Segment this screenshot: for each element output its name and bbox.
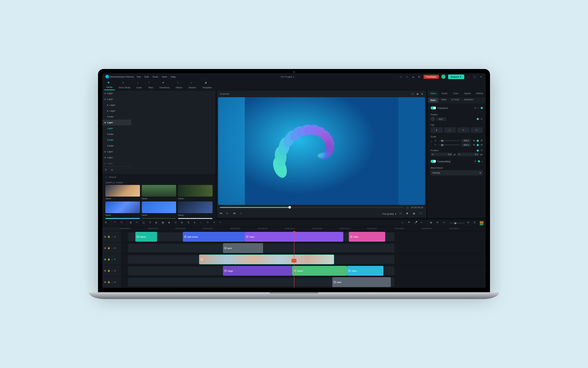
clip-split-screen[interactable]: Split Screen bbox=[183, 232, 245, 242]
reset-icon[interactable]: ↺ bbox=[474, 107, 476, 109]
mute-icon[interactable]: ○ bbox=[111, 236, 113, 238]
clip-freeze[interactable]: Freeze bbox=[292, 266, 347, 276]
insp-tab-effects[interactable]: Effects bbox=[473, 90, 486, 97]
media-thumb[interactable]: Name bbox=[142, 185, 176, 200]
timeline-ruler[interactable]: 00:00:00:00 00:00:05:00 00:00:10:00 00:0… bbox=[121, 227, 486, 231]
effects-icon[interactable]: ✦ bbox=[213, 221, 217, 225]
purchase-button[interactable]: Purchase bbox=[424, 75, 439, 79]
track-head[interactable]: ▣🔒○👁 bbox=[102, 243, 121, 254]
display-mode-icon[interactable]: ▭ bbox=[399, 212, 403, 216]
eye-icon[interactable]: 👁 bbox=[114, 281, 116, 283]
gear-icon[interactable]: ⚙ bbox=[436, 221, 440, 225]
tab-audio[interactable]: ♫Audio bbox=[134, 80, 145, 90]
reset-icon[interactable]: ↺ bbox=[481, 149, 483, 152]
scrub-track[interactable] bbox=[220, 207, 404, 208]
keyframe-icon[interactable] bbox=[481, 107, 483, 109]
scale-x-slider[interactable] bbox=[439, 140, 459, 141]
keyframe-icon[interactable] bbox=[477, 149, 479, 151]
clip-video-thumbnails[interactable] bbox=[199, 255, 334, 264]
add-icon[interactable]: • bbox=[482, 160, 483, 163]
speed-icon[interactable]: ⏱ bbox=[149, 221, 153, 225]
render-icon[interactable]: ◉ bbox=[430, 221, 434, 225]
compositing-section[interactable]: Compositing ↺• bbox=[431, 159, 483, 164]
menu-help[interactable]: Help bbox=[171, 75, 175, 78]
preview-viewport[interactable] bbox=[218, 97, 425, 205]
tree-layer[interactable]: ▸ Layer bbox=[102, 102, 131, 108]
playhead[interactable]: ✂ bbox=[294, 231, 294, 288]
keyframe-icon[interactable] bbox=[477, 144, 479, 146]
tree-layer[interactable]: ▸ Layer bbox=[102, 96, 131, 102]
menu-edit[interactable]: Edit bbox=[145, 75, 149, 78]
rotate-ccw-icon[interactable]: ⟲ bbox=[457, 127, 469, 133]
tab-stock-media[interactable]: ✦Stock Media bbox=[116, 80, 133, 90]
grid-icon[interactable]: ⊞ bbox=[421, 93, 423, 95]
tab-effects[interactable]: ✧Effects bbox=[173, 80, 185, 90]
flip-horizontal-icon[interactable]: ⬍ bbox=[431, 127, 443, 133]
compositing-toggle[interactable] bbox=[431, 160, 436, 163]
redo-icon[interactable]: ↷ bbox=[120, 221, 124, 225]
tree-folder[interactable]: Folder bbox=[102, 114, 131, 120]
reset-icon[interactable]: ↺ bbox=[481, 118, 483, 121]
zoom-out-icon[interactable]: ⊖ bbox=[443, 221, 447, 225]
tab-media[interactable]: ▣Media bbox=[104, 80, 115, 90]
marker-flag-icon[interactable]: ⚑ bbox=[408, 221, 412, 225]
timeline-tracks[interactable]: 00:00:00:00 00:00:05:00 00:00:10:00 00:0… bbox=[121, 227, 486, 288]
rotate-dial[interactable] bbox=[431, 117, 435, 121]
color-icon[interactable]: ◐ bbox=[155, 221, 159, 225]
volume-icon[interactable]: 🔈 bbox=[413, 212, 417, 216]
transform-toggle[interactable] bbox=[431, 106, 436, 109]
cloud-download-icon[interactable]: ⤓ bbox=[405, 75, 409, 79]
position-x-input[interactable]: X0.0 bbox=[431, 153, 453, 156]
tree-layer[interactable]: ▸ Layer bbox=[102, 120, 131, 125]
avatar[interactable] bbox=[441, 75, 446, 79]
track-head[interactable]: ▣🔒○👁 bbox=[102, 277, 121, 288]
sub-mask[interactable]: Mask bbox=[439, 97, 449, 103]
lock-icon[interactable]: 🔒 bbox=[107, 247, 110, 249]
lock-icon[interactable]: 🔒 bbox=[107, 236, 110, 238]
scale-x-value[interactable]: 400.0 bbox=[461, 139, 471, 142]
zoom-slider[interactable] bbox=[449, 223, 465, 224]
audio-icon[interactable]: ♪ bbox=[200, 221, 204, 225]
zoom-in-icon[interactable]: ⊕ bbox=[467, 221, 471, 225]
lock-icon[interactable]: 🔒 bbox=[107, 258, 110, 261]
sub-basic[interactable]: Basic bbox=[428, 98, 438, 103]
split-icon[interactable]: ✂ bbox=[136, 221, 140, 225]
media-thumb[interactable]: Name bbox=[105, 185, 140, 200]
picture-icon[interactable]: ▢ bbox=[412, 93, 414, 95]
search-input[interactable] bbox=[109, 176, 213, 178]
quality-select[interactable]: Full Quality ▾ bbox=[382, 213, 396, 215]
scale-y-slider[interactable] bbox=[439, 144, 459, 145]
mic-icon[interactable]: 🎤 bbox=[414, 221, 418, 225]
eye-icon[interactable]: 👁 bbox=[114, 236, 116, 238]
play-icon[interactable]: ▷ bbox=[401, 221, 405, 225]
eye-icon[interactable]: 👁 bbox=[114, 247, 116, 249]
media-thumb[interactable]: Name bbox=[178, 201, 213, 216]
tree-layer[interactable]: ▸ Layer bbox=[102, 155, 131, 160]
menu-view[interactable]: View bbox=[162, 75, 167, 78]
adjust-icon[interactable]: ⇅ bbox=[187, 221, 191, 225]
clip-image[interactable]: Image bbox=[223, 266, 292, 276]
menu-tools[interactable]: Tools bbox=[152, 75, 158, 78]
lock-icon[interactable]: 🔒 bbox=[107, 270, 110, 272]
media-thumb[interactable]: Name bbox=[142, 201, 176, 216]
mute-icon[interactable]: ○ bbox=[111, 281, 113, 283]
marker-icon[interactable]: ◈ bbox=[181, 221, 185, 225]
blend-select[interactable]: Normal▾ bbox=[431, 170, 483, 175]
focus-icon[interactable]: ⊙ bbox=[175, 221, 179, 225]
minimize-icon[interactable]: — bbox=[467, 75, 470, 79]
mute-icon[interactable]: ○ bbox=[111, 247, 113, 249]
tree-layer[interactable]: ▸ Layer bbox=[102, 108, 131, 114]
keyframe-icon[interactable]: ◆ bbox=[168, 221, 172, 225]
fullscreen-icon[interactable]: ⛶ bbox=[420, 212, 423, 216]
tree-layer[interactable]: Layer bbox=[102, 125, 131, 131]
clip-video[interactable]: Video bbox=[347, 266, 383, 276]
magnet-icon[interactable]: ⊓ bbox=[207, 221, 211, 225]
add-keyframe-icon[interactable]: • bbox=[478, 107, 479, 109]
record-icon[interactable]: ● bbox=[194, 221, 198, 225]
clip-effects[interactable]: Effects bbox=[135, 232, 157, 242]
clip-video[interactable]: Video bbox=[349, 232, 385, 242]
media-thumb[interactable]: Name bbox=[105, 201, 140, 216]
display-icon[interactable]: ▭ bbox=[399, 75, 403, 79]
scrubber[interactable]: { } 00:00:00.00 bbox=[217, 205, 426, 210]
track-head[interactable]: ▣🔒○✦ bbox=[102, 254, 121, 265]
